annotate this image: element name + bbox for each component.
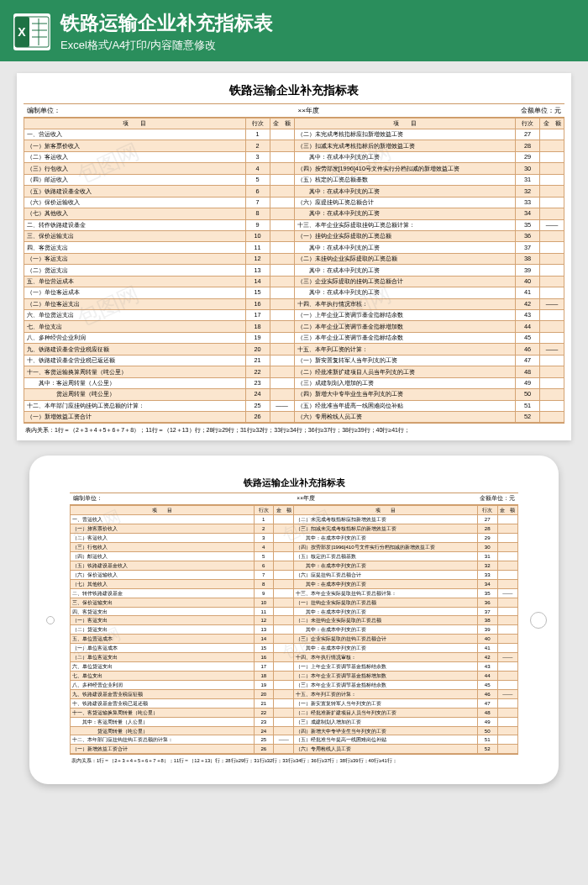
cell-amount: —— bbox=[540, 219, 564, 230]
cell-amount bbox=[497, 717, 517, 726]
cell-amount bbox=[274, 534, 294, 543]
cell-item: （二）未挂钩企业实际提取的工资总额 bbox=[294, 616, 478, 625]
cell-amount bbox=[274, 635, 294, 644]
table-row: （一）单位客运成本15 其中：在成本中列支的工资41 bbox=[24, 287, 564, 298]
table-row: （一）旅客票价收入2（三）扣减未完成考核指标后的新增效益工资28 bbox=[71, 524, 518, 534]
cell-item: 其中：在成本中列支的工资 bbox=[294, 607, 478, 616]
cell-amount bbox=[270, 253, 294, 264]
cell-rownum: 7 bbox=[254, 570, 274, 579]
cell-item: （七）其他收入 bbox=[24, 208, 246, 219]
cell-item: 十三、本年企业实际提取挂钩工资总额计算： bbox=[294, 588, 478, 598]
cell-rownum: 49 bbox=[516, 377, 540, 388]
th-row: 行次 bbox=[516, 118, 540, 129]
cell-amount bbox=[270, 298, 294, 309]
cell-amount bbox=[497, 561, 517, 570]
data-table: 项 目 行次 金 额 项 目 行次 金 额 一、营运收入1（二）未完成考核指标应… bbox=[24, 118, 564, 424]
meta-currency: 金额单位：元 bbox=[392, 493, 518, 504]
cell-rownum: 3 bbox=[254, 534, 274, 543]
cell-item: 十四、本年执行情况审核： bbox=[294, 298, 516, 309]
cell-rownum: 10 bbox=[254, 598, 274, 607]
cell-rownum: 19 bbox=[254, 680, 274, 689]
cell-rownum: 35 bbox=[516, 219, 540, 230]
cell-rownum: 10 bbox=[245, 230, 270, 241]
cell-item: 六、单位货运支出 bbox=[24, 310, 246, 321]
cell-rownum: 1 bbox=[254, 515, 274, 524]
table-row: （一）旅客票价收入2（三）扣减未完成考核指标后的新增效益工资28 bbox=[24, 140, 564, 151]
cell-rownum: 14 bbox=[245, 276, 270, 287]
cell-amount bbox=[274, 726, 294, 735]
cell-item: （一）上年企业工资调节基金指标结余数 bbox=[294, 310, 516, 321]
cell-item: 九、铁路建设基金营业税应征额 bbox=[71, 689, 255, 698]
cell-amount bbox=[274, 515, 294, 524]
cell-item: 十二、本年部门应挂钩挂钩工资总额的计算： bbox=[24, 400, 246, 411]
cell-rownum: 50 bbox=[478, 726, 498, 735]
cell-item: （四）按劳部发[1996]410号文件实行分档扣减的新增效益工资 bbox=[294, 163, 516, 174]
cell-item: 三、保价运输支出 bbox=[24, 230, 246, 241]
cell-rownum: 31 bbox=[516, 174, 540, 185]
cell-amount bbox=[274, 653, 294, 662]
cell-item: （一）旅客票价收入 bbox=[71, 524, 255, 534]
sheet-title: 铁路运输企业补充指标表 bbox=[70, 477, 518, 489]
cell-item: 其中：在成本中列支的工资 bbox=[294, 534, 478, 543]
cell-item: 十、铁路建设基金营业税已返还额 bbox=[24, 355, 246, 366]
cell-item: （二）未完成考核指标应扣新增效益工资 bbox=[294, 515, 478, 524]
cell-item: （三）行包收入 bbox=[24, 163, 246, 174]
table-row: 四、客货运支出11 其中：在成本中列支的工资37 bbox=[24, 242, 564, 253]
table-row: 十一、客货运输换算周转量（吨公里）22（二）经批准新扩建项目人员当年列支的工资4… bbox=[71, 708, 518, 717]
table-row: 一、营运收入1（二）未完成考核指标应扣新增效益工资27 bbox=[71, 515, 518, 524]
table-row: 七、单位支出18（二）本年企业工资调节基金指标增加数44 bbox=[24, 321, 564, 332]
cell-amount bbox=[274, 598, 294, 607]
cell-amount bbox=[497, 662, 517, 672]
cell-amount bbox=[497, 745, 517, 754]
cell-amount bbox=[270, 355, 294, 366]
table-row: （六）保价运输收入7（六）应提挂钩工资总额合计33 bbox=[24, 197, 564, 208]
meta-year: ××年度 bbox=[219, 493, 392, 504]
cell-amount bbox=[497, 552, 517, 561]
cell-item: 其中：在成本中列支的工资 bbox=[294, 287, 516, 298]
cell-amount bbox=[270, 310, 294, 321]
cell-item: （一）挂钩企业实际提取的工资总额 bbox=[294, 598, 478, 607]
cell-amount bbox=[540, 287, 564, 298]
cell-amount bbox=[270, 377, 294, 388]
sheet-preview-large: 包图网 包图网 包图网 包图网 铁路运输企业补充指标表 编制单位： ××年度 金… bbox=[17, 73, 571, 441]
table-row: 九、铁路建设基金营业税应征额20十五、本年列工资的计算：46—— bbox=[24, 344, 564, 355]
cell-amount bbox=[540, 332, 564, 343]
cell-item: （六）应提挂钩工资总额合计 bbox=[294, 197, 516, 208]
cell-item: （二）未挂钩企业实际提取的工资总额 bbox=[294, 253, 516, 264]
cell-item: （六）专用检线人员工资 bbox=[294, 411, 516, 422]
cell-item: （一）上年企业工资调节基金指标结余数 bbox=[294, 662, 478, 672]
th-amt: 金 额 bbox=[270, 118, 294, 129]
cell-item: （一）新安置复转军人当年列支的工资 bbox=[294, 355, 516, 366]
cell-item: （一）单位客运成本 bbox=[24, 287, 246, 298]
cell-amount bbox=[497, 524, 517, 534]
cell-item: （一）新增效益工资合计 bbox=[71, 745, 255, 754]
cell-rownum: 9 bbox=[254, 588, 274, 598]
cell-amount bbox=[497, 672, 517, 681]
cell-item: （四）邮运收入 bbox=[24, 174, 246, 185]
th-row: 行次 bbox=[478, 506, 498, 515]
cell-rownum: 17 bbox=[245, 310, 270, 321]
cell-rownum: 48 bbox=[478, 708, 498, 717]
sheet-footnote: 表内关系：1行＝（2＋3＋4＋5＋6＋7＋8）；11行＝（12＋13）行；28行… bbox=[70, 754, 518, 766]
th-item: 项 目 bbox=[24, 118, 246, 129]
cell-amount: —— bbox=[274, 735, 294, 745]
cell-item: 一、营运收入 bbox=[24, 129, 246, 140]
cell-item: （一）单位客运成本 bbox=[71, 644, 255, 653]
cell-amount bbox=[540, 197, 564, 208]
cell-amount bbox=[540, 242, 564, 253]
cell-amount bbox=[497, 570, 517, 579]
cell-item: （一）客运支出 bbox=[24, 253, 246, 264]
table-row: 货运周转量（吨公里）24（四）新增大中专毕业生当年列支的工资50 bbox=[71, 726, 518, 735]
cell-rownum: 36 bbox=[516, 230, 540, 241]
table-row: 八、多种经营企业利润19（三）本年企业工资调节基金指标结余数45 bbox=[24, 332, 564, 343]
cell-rownum: 18 bbox=[245, 321, 270, 332]
cell-rownum: 22 bbox=[245, 366, 270, 377]
cell-item: （二）货运支出 bbox=[71, 625, 255, 635]
cell-item: （二）客运收入 bbox=[71, 534, 255, 543]
cell-amount bbox=[540, 276, 564, 287]
table-row: 九、铁路建设基金营业税应征额20十五、本年列工资的计算：46—— bbox=[71, 689, 518, 698]
cell-rownum: 24 bbox=[245, 389, 270, 400]
cell-rownum: 29 bbox=[478, 534, 498, 543]
cell-item: 其中：在成本中列支的工资 bbox=[294, 208, 516, 219]
cell-rownum: 6 bbox=[245, 186, 270, 197]
